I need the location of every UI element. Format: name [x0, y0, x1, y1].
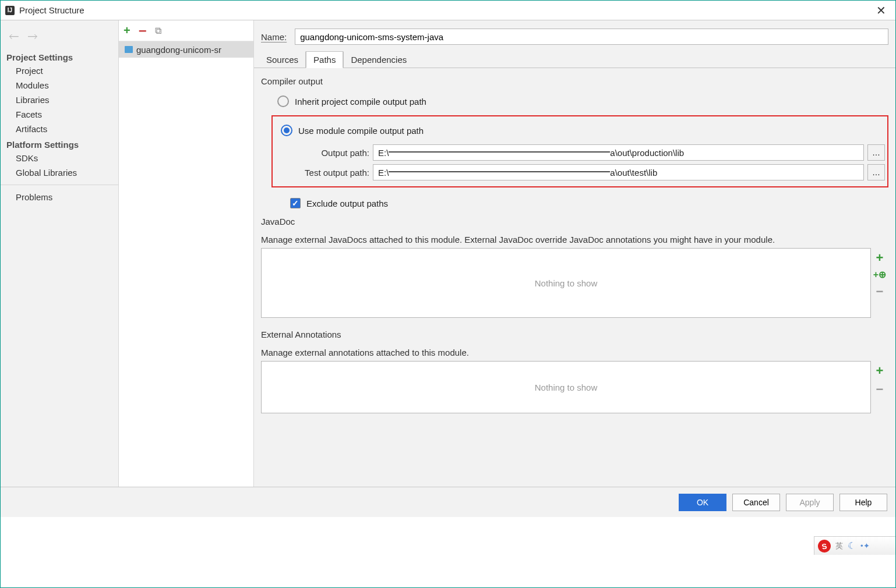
exclude-checkbox-row[interactable]: ✓ Exclude output paths [261, 193, 888, 217]
sidebar-item-sdks[interactable]: SDKs [1, 151, 118, 165]
output-path-input[interactable]: E:\a\out\production\lib [373, 144, 864, 161]
sidebar: 🡐 🡒 Project Settings Project Modules Lib… [1, 20, 119, 487]
sidebar-header-platform: Platform Settings [1, 136, 118, 151]
radio-inherit-label: Inherit project compile output path [295, 97, 426, 107]
empty-text: Nothing to show [535, 382, 598, 392]
ime-toolbar[interactable]: S 英 ☾ •✦ [814, 536, 895, 555]
ime-more-icon: •✦ [860, 541, 870, 550]
add-annotation-icon[interactable]: + [876, 364, 884, 377]
copy-icon[interactable]: ⧉ [155, 26, 161, 36]
help-button[interactable]: Help [839, 494, 887, 511]
name-label: Name: [261, 32, 287, 42]
sidebar-item-artifacts[interactable]: Artifacts [1, 122, 118, 136]
module-row[interactable]: guangdong-unicom-sr [119, 41, 253, 58]
javadoc-list[interactable]: Nothing to show [261, 248, 871, 318]
radio-module-label: Use module compile output path [298, 126, 424, 136]
titlebar: IJ Project Structure ✕ [1, 1, 895, 20]
radio-inherit[interactable]: Inherit project compile output path [261, 93, 888, 115]
annotations-list[interactable]: Nothing to show [261, 361, 871, 413]
sidebar-item-problems[interactable]: Problems [1, 190, 118, 204]
apply-button[interactable]: Apply [786, 494, 834, 511]
radio-module[interactable]: Use module compile output path [275, 122, 885, 141]
add-javadoc-icon[interactable]: + [876, 252, 884, 264]
moon-icon: ☾ [848, 540, 856, 551]
browse-output-button[interactable]: … [867, 144, 885, 161]
censored-text [389, 151, 610, 153]
exclude-label: Exclude output paths [306, 199, 388, 208]
output-path-label: Output path: [275, 148, 369, 158]
module-list: guangdong-unicom-sr [119, 41, 253, 487]
highlight-box: Use module compile output path Output pa… [271, 115, 888, 187]
module-panel: + − ⧉ guangdong-unicom-sr [119, 20, 254, 487]
empty-text: Nothing to show [535, 278, 598, 288]
sidebar-divider [1, 185, 118, 185]
censored-text [389, 171, 610, 172]
close-icon[interactable]: ✕ [872, 5, 891, 16]
tab-dependencies[interactable]: Dependencies [343, 51, 414, 68]
test-output-path-label: Test output path: [275, 168, 369, 178]
nav-forward-icon[interactable]: 🡒 [27, 31, 38, 43]
remove-icon[interactable]: − [139, 24, 147, 38]
name-input[interactable] [295, 29, 888, 45]
radio-icon [277, 95, 289, 107]
module-toolbar: + − ⧉ [119, 20, 253, 41]
sidebar-header-project: Project Settings [1, 49, 118, 63]
tab-paths[interactable]: Paths [306, 51, 343, 68]
sidebar-item-libraries[interactable]: Libraries [1, 93, 118, 107]
checkbox-icon: ✓ [290, 198, 301, 208]
window-title: Project Structure [19, 5, 84, 15]
ok-button[interactable]: OK [679, 494, 726, 511]
test-output-path-input[interactable]: E:\a\out\test\lib [373, 164, 864, 180]
tabs: Sources Paths Dependencies [254, 51, 895, 68]
compiler-output-title: Compiler output [261, 76, 888, 86]
radio-icon [281, 125, 292, 136]
annotations-title: External Annotations [261, 330, 888, 339]
annotations-desc: Manage external annotations attached to … [261, 346, 888, 359]
add-javadoc-url-icon[interactable]: +⊕ [873, 270, 886, 279]
sidebar-item-global-libraries[interactable]: Global Libraries [1, 165, 118, 180]
javadoc-desc: Manage external JavaDocs attached to thi… [261, 233, 888, 246]
sidebar-item-modules[interactable]: Modules [1, 78, 118, 93]
ime-lang: 英 [835, 541, 843, 551]
remove-annotation-icon[interactable]: − [876, 383, 884, 396]
nav-back-icon[interactable]: 🡐 [9, 31, 19, 43]
ime-logo-icon: S [817, 539, 831, 553]
folder-icon [125, 46, 133, 53]
javadoc-title: JavaDoc [261, 217, 888, 226]
add-icon[interactable]: + [124, 24, 130, 37]
cancel-button[interactable]: Cancel [732, 494, 780, 511]
sidebar-item-facets[interactable]: Facets [1, 107, 118, 122]
module-name: guangdong-unicom-sr [136, 45, 221, 55]
content-panel: Name: Sources Paths Dependencies Compile… [254, 20, 895, 487]
dialog-footer: OK Cancel Apply Help [1, 487, 895, 517]
app-icon: IJ [5, 6, 15, 15]
remove-javadoc-icon[interactable]: − [876, 285, 884, 298]
browse-test-output-button[interactable]: … [867, 164, 885, 180]
sidebar-item-project[interactable]: Project [1, 63, 118, 78]
tab-sources[interactable]: Sources [259, 51, 306, 68]
